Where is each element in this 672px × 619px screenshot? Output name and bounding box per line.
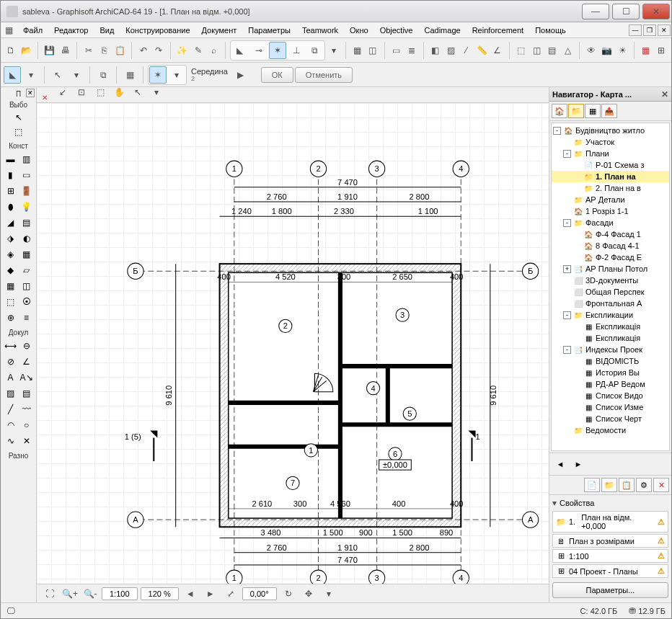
- grid-toggle-button[interactable]: ▦: [350, 42, 364, 59]
- tree-right-button[interactable]: ►: [570, 455, 587, 473]
- tree-item[interactable]: ▦Список Черт: [552, 413, 669, 424]
- nav-publisher-tab[interactable]: 📤: [601, 104, 617, 118]
- menu-параметры[interactable]: Параметры: [242, 24, 296, 37]
- tree-item[interactable]: ▦Список Изме: [552, 401, 669, 413]
- menu-документ[interactable]: Документ: [196, 24, 243, 37]
- curtain-tool[interactable]: ◫: [19, 279, 34, 293]
- lamp-tool[interactable]: 💡: [19, 200, 34, 214]
- new-folder-button[interactable]: 📁: [601, 478, 617, 492]
- palette2-button[interactable]: ⊞: [654, 42, 668, 59]
- zoom-prev-button[interactable]: ◄: [182, 585, 199, 602]
- zoom-more-button[interactable]: ▾: [320, 585, 337, 602]
- selection-tool-button[interactable]: ▦: [121, 66, 138, 84]
- tree-item[interactable]: 🏠1 Розріз 1-1: [552, 205, 669, 217]
- tree-item[interactable]: ⬜3D-документы: [552, 275, 669, 286]
- tree-item[interactable]: -🏠Будівництво житло: [552, 125, 669, 136]
- tree-item[interactable]: -📑Индексы Проек: [552, 344, 669, 355]
- play-button[interactable]: ▶: [232, 66, 249, 84]
- trace-button[interactable]: ◧: [428, 42, 443, 59]
- clone-button[interactable]: 📋: [619, 478, 635, 492]
- rail-tool[interactable]: ≡: [19, 311, 34, 325]
- menu-окно[interactable]: Окно: [344, 24, 374, 37]
- menu-cadimage[interactable]: Cadimage: [418, 24, 466, 37]
- cursor-drop[interactable]: ▾: [148, 84, 165, 101]
- ok-button[interactable]: ОК: [261, 67, 293, 83]
- line-button[interactable]: ∕: [459, 42, 474, 59]
- tree-item[interactable]: ▦Експликація: [552, 321, 669, 332]
- tree-item[interactable]: ⬜Общая Перспек: [552, 286, 669, 298]
- measure-button[interactable]: 📏: [475, 42, 490, 59]
- polyline-tool[interactable]: 〰: [19, 402, 34, 417]
- column-tool[interactable]: ▮: [4, 168, 18, 182]
- object-tool[interactable]: ⬮: [4, 200, 18, 214]
- palette1-button[interactable]: ▦: [639, 42, 653, 59]
- roof-button[interactable]: △: [561, 42, 575, 59]
- tree-item[interactable]: 🏠Ф-4 Фасад 1: [552, 228, 669, 240]
- angle-display[interactable]: 0,00°: [242, 587, 277, 600]
- mdi-restore-button[interactable]: ❐: [643, 25, 656, 36]
- tree-item[interactable]: 🏠Ф-2 Фасад Е: [552, 251, 669, 263]
- tab-close-button[interactable]: ✕: [40, 92, 50, 102]
- trace-settings[interactable]: ⬚: [92, 84, 109, 101]
- level-dim-tool[interactable]: ⊖: [19, 339, 34, 353]
- arrow-tool-button[interactable]: ↖: [49, 66, 66, 84]
- shell-tool[interactable]: ◐: [19, 231, 34, 246]
- marquee-selector-tool[interactable]: ⬚: [6, 125, 32, 139]
- zone-tool[interactable]: ▱: [19, 263, 34, 277]
- stair-tool[interactable]: ▤: [19, 215, 34, 230]
- tree-item[interactable]: ▦ВІДОМІСТЬ: [552, 355, 669, 367]
- snap-end-button[interactable]: ⊸: [250, 42, 268, 59]
- pipe-tool[interactable]: ⦿: [19, 295, 34, 309]
- redo-button[interactable]: ↷: [152, 42, 167, 59]
- new-file-button[interactable]: 🗋: [4, 42, 18, 59]
- cursor-dropdown-button[interactable]: ▾: [22, 66, 40, 84]
- morph-tool[interactable]: ◆: [4, 263, 18, 277]
- minimize-button[interactable]: —: [582, 4, 609, 19]
- cancel-button[interactable]: Отменить: [295, 67, 353, 83]
- zoom-extents-button[interactable]: ⛶: [41, 585, 58, 602]
- property-row[interactable]: ⊞04 Проект - Планы⚠: [552, 564, 668, 578]
- delete-button[interactable]: ✕: [653, 478, 669, 492]
- 3d-button[interactable]: ⬚: [514, 42, 529, 59]
- midpoint-dropdown-button[interactable]: ▾: [168, 66, 185, 84]
- fill-button[interactable]: ▨: [443, 42, 458, 59]
- tree-item[interactable]: +📑АР Планы Потол: [552, 263, 669, 275]
- drawing-canvas[interactable]: 1 2 3 4 1 2 3 4 Б Б А А: [37, 103, 549, 584]
- maximize-button[interactable]: ☐: [612, 4, 640, 19]
- menu-помощь[interactable]: Помощь: [529, 24, 572, 37]
- cut-button[interactable]: ✂: [81, 42, 96, 59]
- nav-project-tab[interactable]: 🏠: [552, 104, 567, 118]
- view-button[interactable]: 👁: [584, 42, 598, 59]
- menu-файл[interactable]: Файл: [17, 24, 48, 37]
- scale-display[interactable]: 1:100: [102, 587, 138, 600]
- tree-item[interactable]: -📁Плани: [552, 148, 669, 159]
- door-tool[interactable]: 🚪: [19, 184, 34, 198]
- spline-tool[interactable]: ∿: [4, 434, 18, 448]
- sun-button[interactable]: ☀: [615, 42, 629, 59]
- text-tool[interactable]: A: [4, 370, 18, 385]
- slab-tool[interactable]: ◢: [4, 215, 18, 230]
- tree-item[interactable]: 🏠8 Фасад 4-1: [552, 240, 669, 251]
- angle-dim-tool[interactable]: ∠: [19, 355, 34, 369]
- panel-close-button[interactable]: ✕: [661, 89, 668, 99]
- curtainwall-tool[interactable]: ▥: [19, 152, 34, 166]
- profile-tool[interactable]: ⬚: [4, 295, 18, 309]
- undo-button[interactable]: ↶: [136, 42, 151, 59]
- eyedropper-button[interactable]: ⌕: [206, 42, 221, 59]
- zoom-out-button[interactable]: 🔍-: [81, 585, 99, 602]
- property-row[interactable]: ⊞1:100⚠: [552, 549, 668, 563]
- tree-item[interactable]: -📁Фасади: [552, 217, 669, 228]
- arrow-selector-tool[interactable]: ↖: [6, 110, 32, 125]
- beam-tool[interactable]: ▭: [19, 168, 34, 182]
- roof-tool[interactable]: ⬗: [4, 231, 18, 246]
- tree-item[interactable]: 📁2. План на в: [552, 182, 669, 194]
- menu-вид[interactable]: Вид: [94, 24, 120, 37]
- tree-item[interactable]: ⬜Фронтальная А: [552, 298, 669, 309]
- zoom-display[interactable]: 120 %: [141, 587, 179, 600]
- tree-item[interactable]: ▦Список Видо: [552, 390, 669, 401]
- tree-item[interactable]: 📁АР Детали: [552, 194, 669, 205]
- save-button[interactable]: 💾: [43, 42, 57, 59]
- tree-item[interactable]: ▦РД-АР Ведом: [552, 378, 669, 390]
- pan-button[interactable]: ✥: [300, 585, 317, 602]
- snap-mid-button[interactable]: ✶: [269, 42, 286, 59]
